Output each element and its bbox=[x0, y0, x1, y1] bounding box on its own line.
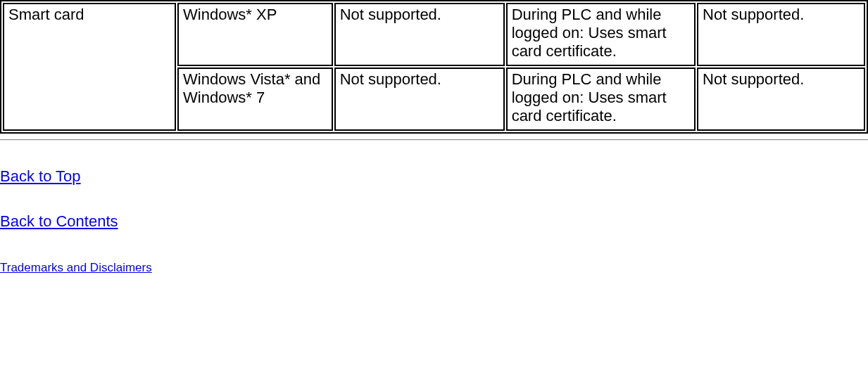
cell-os: Windows* XP bbox=[177, 3, 333, 66]
cell-support-b: During PLC and while logged on: Uses sma… bbox=[506, 3, 696, 66]
cell-os: Windows Vista* and Windows* 7 bbox=[177, 68, 333, 131]
cell-support-a: Not supported. bbox=[334, 3, 505, 66]
cell-support-b: During PLC and while logged on: Uses sma… bbox=[506, 68, 696, 131]
divider bbox=[0, 139, 868, 141]
cell-support-c: Not supported. bbox=[697, 68, 865, 131]
trademarks-link[interactable]: Trademarks and Disclaimers bbox=[0, 261, 152, 274]
footer-links: Back to Top Back to Contents Trademarks … bbox=[0, 167, 868, 276]
back-to-top-link[interactable]: Back to Top bbox=[0, 167, 81, 185]
support-table: Smart card Windows* XP Not supported. Du… bbox=[0, 0, 868, 134]
back-to-contents-link[interactable]: Back to Contents bbox=[0, 212, 118, 230]
table-row: Smart card Windows* XP Not supported. Du… bbox=[3, 3, 865, 66]
cell-support-a: Not supported. bbox=[334, 68, 505, 131]
cell-support-c: Not supported. bbox=[697, 3, 865, 66]
cell-feature: Smart card bbox=[3, 3, 176, 131]
